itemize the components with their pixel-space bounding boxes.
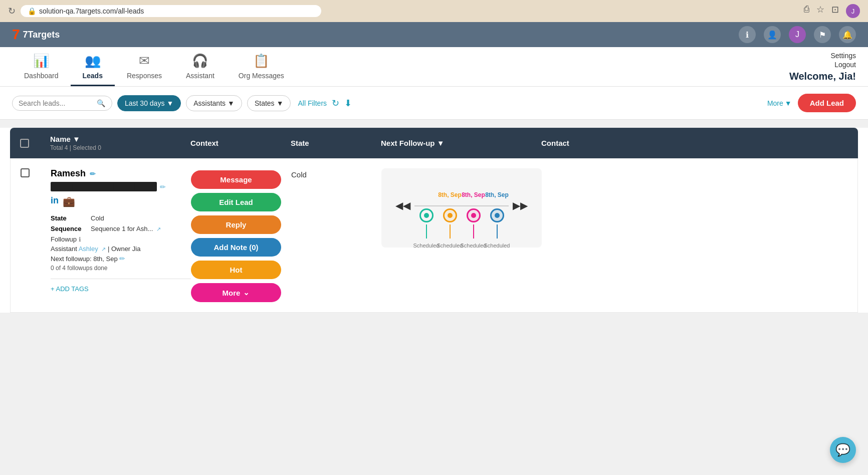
logo-7: 7 (12, 27, 20, 43)
followup-label: Followup (51, 235, 77, 243)
hot-button[interactable]: Hot (191, 261, 281, 279)
assistants-filter-button[interactable]: Assistants ▼ (186, 95, 242, 111)
reply-button[interactable]: Reply (191, 215, 281, 234)
node2-outer (443, 208, 457, 222)
next-followup-edit-icon[interactable]: ✏ (119, 255, 125, 263)
sequence-ext-link[interactable]: ↗ (156, 226, 161, 232)
date-filter-arrow: ▼ (166, 99, 173, 107)
nav-label-leads: Leads (83, 72, 103, 80)
node4-outer (490, 208, 504, 222)
node1-outer (419, 208, 433, 222)
lead-checkbox[interactable] (21, 168, 30, 177)
refresh-icon[interactable]: ↻ (332, 98, 339, 109)
profile-header-button[interactable]: J (789, 26, 806, 43)
more-link[interactable]: More ▼ (767, 99, 792, 107)
lead-social-icons: in 💼 (51, 195, 191, 207)
url-text: solution-qa.7targets.com/all-leads (39, 7, 144, 15)
th-state: State (291, 139, 381, 147)
lead-info-col: Ramesh ✏ ████████████████████ ✏ in 💼 Sta… (51, 168, 191, 293)
toolbar-right: More ▼ Add Lead (767, 94, 856, 112)
assistant-link[interactable]: Ashley (79, 245, 98, 253)
logo-text: 7Targets (23, 30, 60, 40)
th-name-sort: ▼ (73, 135, 80, 143)
table-header: Name ▼ Total 4 | Selected 0 Context Stat… (10, 128, 858, 158)
more-button[interactable]: More ⌄ (191, 283, 281, 302)
sequence-label: Sequence (51, 225, 87, 232)
settings-link[interactable]: Settings (830, 52, 856, 60)
followup-info-icon[interactable]: ℹ (79, 236, 81, 243)
nav-label-org-messages: Org Messages (239, 72, 284, 80)
info-header-button[interactable]: ℹ (739, 26, 756, 43)
nav-item-org-messages[interactable]: 📋 Org Messages (227, 47, 296, 86)
node4-date-top: 8th, Sep (485, 191, 509, 198)
more-button-label: More (223, 289, 241, 297)
browser-bar: ↻ 🔒 solution-qa.7targets.com/all-leads ⎙… (0, 0, 868, 22)
edit-lead-button[interactable]: Edit Lead (191, 193, 281, 211)
timeline-next-button[interactable]: ▶▶ (509, 199, 532, 211)
lead-state-display: Cold (291, 170, 381, 179)
th-name[interactable]: Name ▼ Total 4 | Selected 0 (50, 135, 190, 151)
user-header-button[interactable]: 👤 (764, 26, 781, 43)
add-note-button[interactable]: Add Note (0) (191, 238, 281, 257)
lead-name-edit-icon[interactable]: ✏ (90, 170, 96, 178)
address-bar[interactable]: 🔒 solution-qa.7targets.com/all-leads (21, 5, 321, 17)
leads-icon: 👥 (85, 53, 101, 69)
node2-vline (450, 224, 451, 239)
date-filter-button[interactable]: Last 30 days ▼ (117, 95, 181, 111)
dashboard-icon: 📊 (33, 53, 49, 69)
timeline-col: ◀◀ Scheduled (381, 168, 542, 248)
responses-icon: ✉ (139, 53, 150, 69)
search-box[interactable]: 🔍 (12, 96, 112, 111)
lead-checkbox-col (21, 168, 51, 177)
timeline-wrapper: ◀◀ Scheduled (386, 173, 537, 243)
welcome-text: Welcome, Jia! (789, 71, 856, 82)
state-label: State (51, 214, 87, 222)
reload-icon[interactable]: ↻ (8, 6, 16, 17)
share-icon[interactable]: ⎙ (804, 4, 809, 18)
briefcase-icon[interactable]: 💼 (63, 195, 75, 207)
logout-link[interactable]: Logout (834, 61, 856, 69)
nav-item-dashboard[interactable]: 📊 Dashboard (12, 47, 71, 86)
node2-date-top: 8th, Sep (438, 191, 462, 198)
date-filter-label: Last 30 days (125, 99, 164, 107)
add-lead-button[interactable]: Add Lead (798, 94, 856, 112)
message-button[interactable]: Message (191, 170, 281, 189)
states-filter-button[interactable]: States ▼ (247, 95, 291, 111)
assistant-ext-link[interactable]: ↗ (101, 246, 106, 252)
node3-inner (471, 213, 476, 218)
followup-row: Followup ℹ (51, 235, 191, 243)
node1-inner (424, 213, 429, 218)
th-context: Context (190, 139, 291, 147)
nav-item-responses[interactable]: ✉ Responses (115, 47, 174, 86)
node1-vline (426, 224, 427, 239)
context-col: Message Edit Lead Reply Add Note (0) Hot… (191, 168, 291, 302)
timeline-node-1: Scheduled (419, 208, 433, 222)
profile-avatar[interactable]: J (846, 4, 860, 18)
app-logo: 7 7Targets (12, 27, 60, 43)
owner-value: Jia (132, 245, 141, 253)
app-nav: 📊 Dashboard 👥 Leads ✉ Responses 🎧 Assist… (0, 47, 868, 87)
star-icon[interactable]: ☆ (816, 4, 824, 18)
all-filters-link[interactable]: All Filters (298, 99, 327, 107)
bell-header-button[interactable]: 🔔 (839, 26, 856, 43)
linkedin-icon[interactable]: in (51, 195, 59, 207)
flag-header-button[interactable]: ⚑ (814, 26, 831, 43)
download-icon[interactable]: ⬇ (344, 98, 352, 109)
th-checkbox[interactable] (20, 139, 50, 148)
org-messages-icon: 📋 (253, 53, 269, 69)
timeline-line: Scheduled 8th, Sep Scheduled (414, 188, 509, 222)
window-icon[interactable]: ⊡ (831, 4, 839, 18)
node3-date-top: 8th, Sep (462, 191, 485, 198)
add-tags-button[interactable]: + ADD TAGS (51, 279, 191, 293)
nav-item-assistant[interactable]: 🎧 Assistant (174, 47, 227, 86)
table-row: Ramesh ✏ ████████████████████ ✏ in 💼 Sta… (10, 158, 858, 313)
app-header: 7 7Targets ℹ 👤 J ⚑ 🔔 (0, 22, 868, 47)
nav-item-leads[interactable]: 👥 Leads (71, 47, 115, 86)
states-filter-label: States (255, 99, 275, 107)
nav-settings-links: Settings Logout (830, 52, 856, 69)
owner-prefix: | Owner (108, 245, 132, 253)
lead-email-edit-icon[interactable]: ✏ (160, 183, 166, 191)
search-input[interactable] (19, 99, 94, 107)
timeline-prev-button[interactable]: ◀◀ (391, 199, 414, 211)
node3-outer (467, 208, 481, 222)
